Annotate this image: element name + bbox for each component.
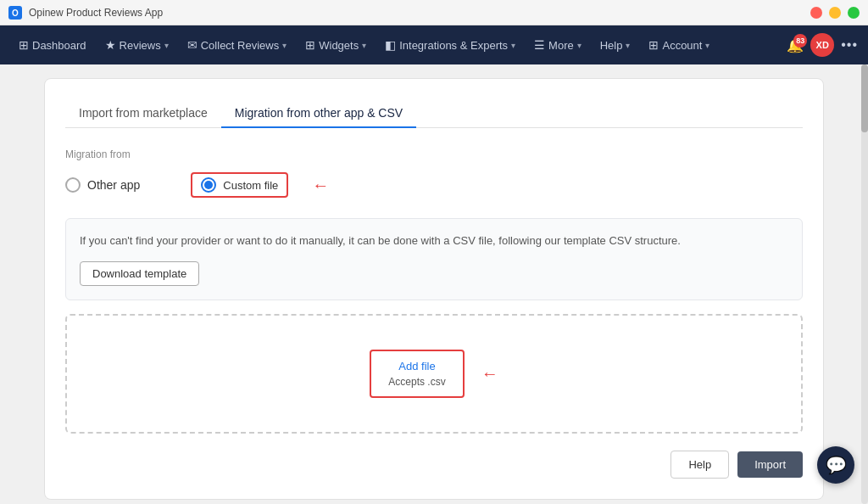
window-title: Opinew Product Reviews App [29,7,163,19]
nav-right-area: 🔔 83 XD ••• [787,33,858,57]
chevron-down-icon: ▾ [705,41,709,50]
radio-group: Other app Custom file ← [65,172,803,198]
scrollbar-thumb[interactable] [861,64,868,132]
nav-more[interactable]: ☰ More ▾ [526,33,590,57]
radio-circle-custom-file [201,177,216,193]
chevron-down-icon: ▾ [282,41,287,50]
radio-other-app[interactable]: Other app [65,177,140,193]
svg-text:O: O [12,8,19,18]
tab-bar: Import from marketplace Migration from o… [65,99,803,128]
tab-migration[interactable]: Migration from other app & CSV [221,99,416,128]
upload-area[interactable]: Add file Accepts .csv ← [65,314,803,434]
bottom-actions: Help Import [65,451,803,479]
navbar: ⊞ Dashboard ★ Reviews ▾ ✉ Collect Review… [0,25,868,64]
section-label: Migration from [65,148,803,160]
main-card: Import from marketplace Migration from o… [44,78,824,500]
arrow-right-icon: ← [312,176,329,195]
main-area: Import from marketplace Migration from o… [0,64,868,504]
maximize-button[interactable] [848,7,860,19]
chevron-down-icon: ▾ [362,41,366,50]
scrollbar[interactable] [861,64,868,504]
app-icon: O [8,6,22,20]
import-button[interactable]: Import [737,451,803,478]
notification-badge: 83 [793,34,807,48]
radio-circle-other-app [65,177,81,193]
chat-icon: 💬 [826,455,847,475]
account-icon: ⊞ [648,38,659,52]
radio-label-other-app: Other app [87,178,140,192]
chat-bubble[interactable]: 💬 [817,446,854,484]
radio-label-custom-file: Custom file [223,179,278,192]
chevron-down-icon: ▾ [164,41,169,50]
notification-bell[interactable]: 🔔 83 [787,37,804,53]
nav-reviews[interactable]: ★ Reviews ▾ [97,33,177,57]
chevron-down-icon: ▾ [511,41,515,50]
more-dots[interactable]: ••• [841,37,858,53]
add-file-box[interactable]: Add file Accepts .csv [370,350,464,398]
email-icon: ✉ [187,38,198,52]
radio-custom-file-box[interactable]: Custom file [191,172,288,198]
user-avatar[interactable]: XD [810,33,834,57]
nav-dashboard[interactable]: ⊞ Dashboard [10,33,95,57]
tab-marketplace[interactable]: Import from marketplace [65,99,221,128]
dashboard-icon: ⊞ [19,38,29,52]
title-bar: O Opinew Product Reviews App [0,0,868,25]
widgets-icon: ⊞ [305,38,315,52]
nav-collect-reviews[interactable]: ✉ Collect Reviews ▾ [179,33,295,57]
help-button[interactable]: Help [670,451,729,479]
window-controls [810,7,860,19]
accepts-label: Accepts .csv [388,376,445,388]
nav-widgets[interactable]: ⊞ Widgets ▾ [297,33,375,57]
chevron-down-icon: ▾ [577,41,581,50]
upload-arrow-icon: ← [481,364,498,384]
info-text: If you can't find your provider or want … [80,232,788,249]
nav-integrations[interactable]: ◧ Integrations & Experts ▾ [376,33,524,57]
nav-account[interactable]: ⊞ Account ▾ [640,33,718,57]
integrations-icon: ◧ [385,38,396,52]
close-button[interactable] [810,7,822,19]
download-template-button[interactable]: Download template [80,261,199,286]
nav-help[interactable]: Help ▾ [592,34,639,57]
more-icon: ☰ [534,38,545,52]
info-box: If you can't find your provider or want … [65,218,803,300]
minimize-button[interactable] [829,7,841,19]
upload-inner: Add file Accepts .csv ← [370,350,498,398]
star-icon: ★ [105,38,116,52]
add-file-label[interactable]: Add file [388,360,445,372]
chevron-down-icon: ▾ [626,41,630,50]
